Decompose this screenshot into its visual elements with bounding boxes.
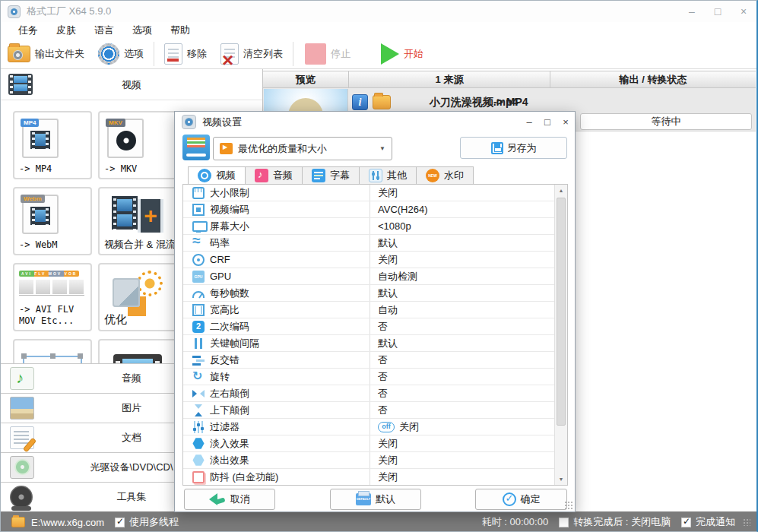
ti-other-icon bbox=[369, 169, 382, 182]
setting-value: 关闭 bbox=[378, 437, 398, 451]
dialog-maximize-button[interactable]: □ bbox=[538, 114, 557, 131]
start-button[interactable]: 开始 bbox=[374, 40, 430, 68]
row-two-pass[interactable]: 二次编码 否 bbox=[183, 318, 554, 335]
tab-subtitle[interactable]: 字幕 bbox=[302, 166, 360, 185]
stop-button[interactable]: 停止 bbox=[298, 40, 357, 68]
notify-label: 完成通知 bbox=[696, 515, 735, 529]
row-filter[interactable]: 过滤器 off关闭 bbox=[183, 419, 554, 435]
scroll-down-icon[interactable]: ▼ bbox=[555, 473, 567, 485]
card-to-avi-flv-mov[interactable]: AVI FLV MOV VOB -> AVI FLV MOV Etc... bbox=[13, 263, 92, 331]
maximize-button[interactable]: □ bbox=[705, 2, 731, 21]
row-bitrate[interactable]: 码率 默认 bbox=[183, 235, 554, 252]
minimize-button[interactable]: – bbox=[679, 2, 705, 21]
row-size-limit[interactable]: 大小限制 关闭 bbox=[183, 185, 554, 201]
options-button[interactable]: 选项 bbox=[91, 40, 151, 68]
column-output-status[interactable]: 输出 / 转换状态 bbox=[550, 71, 756, 87]
dialog-resize-grip[interactable] bbox=[564, 501, 573, 510]
video-category-header[interactable]: 视频 bbox=[1, 69, 262, 100]
table-scrollbar[interactable]: ▲ ▼ bbox=[554, 185, 567, 485]
tab-other[interactable]: 其他 bbox=[359, 166, 417, 185]
setting-value: 关闭 bbox=[378, 253, 398, 267]
menubar: 任务皮肤语言选项帮助 bbox=[1, 22, 756, 39]
tab-video[interactable]: 视频 bbox=[188, 166, 246, 185]
menu-language[interactable]: 语言 bbox=[90, 23, 118, 38]
multithread-checkbox[interactable] bbox=[115, 518, 125, 527]
setting-value: 否 bbox=[378, 387, 388, 401]
setting-value: 否 bbox=[378, 370, 388, 384]
row-stabilize[interactable]: 防抖 (白金功能) 关闭 bbox=[183, 469, 554, 485]
setting-value: 关闭 bbox=[378, 454, 398, 467]
card-to-mp4[interactable]: MP4 -> MP4 bbox=[13, 111, 92, 179]
dialog-titlebar[interactable]: 视频设置 – □ × bbox=[175, 112, 575, 132]
row-keyframe-interval[interactable]: 关键帧间隔 默认 bbox=[183, 335, 554, 352]
ic-flipv-icon bbox=[192, 404, 205, 416]
row-video-codec[interactable]: 视频编码 AVC(H264) bbox=[183, 201, 554, 218]
ic-card-crop-icon bbox=[23, 356, 82, 363]
menu-options[interactable]: 选项 bbox=[128, 23, 156, 38]
column-preview[interactable]: 预览 bbox=[263, 71, 349, 87]
menu-skin[interactable]: 皮肤 bbox=[52, 23, 80, 38]
tab-audio[interactable]: 音频 bbox=[245, 166, 303, 185]
output-folder-icon bbox=[8, 46, 30, 62]
card-to-webm[interactable]: Webm -> WebM bbox=[13, 187, 92, 255]
open-folder-icon[interactable] bbox=[373, 95, 391, 109]
ic-ruler-icon bbox=[192, 187, 205, 199]
dialog-minimize-button[interactable]: – bbox=[520, 114, 538, 131]
notify-checkbox[interactable] bbox=[681, 518, 691, 527]
row-rotate[interactable]: 旋转 否 bbox=[183, 369, 554, 385]
tab-watermark[interactable]: 水印 bbox=[416, 166, 474, 185]
card-video-tool[interactable] bbox=[98, 339, 177, 363]
menu-task[interactable]: 任务 bbox=[14, 23, 42, 38]
preset-video-icon bbox=[220, 143, 233, 154]
row-crf[interactable]: CRF 关闭 bbox=[183, 252, 554, 268]
cancel-button[interactable]: 取消 bbox=[184, 489, 275, 510]
floppy-disk-icon bbox=[491, 142, 503, 154]
window-title: 格式工厂 X64 5.9.0 bbox=[27, 5, 111, 18]
row-flip-vertical[interactable]: 上下颠倒 否 bbox=[183, 402, 554, 419]
close-button[interactable]: × bbox=[731, 2, 756, 21]
output-folder-button[interactable]: 输出文件夹 bbox=[1, 40, 91, 68]
ic-rotate-icon bbox=[192, 371, 205, 383]
card-to-mkv[interactable]: MKV -> MKV bbox=[98, 111, 177, 179]
clear-list-button[interactable]: 清空列表 bbox=[214, 40, 290, 68]
ic-card-mp4-icon: MP4 bbox=[22, 119, 59, 158]
card-video-merge[interactable]: 视频合并 & 混流 bbox=[98, 187, 177, 255]
ok-button[interactable]: 确定 bbox=[475, 489, 567, 510]
row-fade-in[interactable]: 淡入效果 关闭 bbox=[183, 435, 554, 452]
format-badge: MP4 bbox=[21, 119, 39, 127]
row-fade-out[interactable]: 淡出效果 关闭 bbox=[183, 452, 554, 469]
save-as-button[interactable]: 另存为 bbox=[460, 137, 567, 159]
row-deinterlace[interactable]: 反交错 否 bbox=[183, 352, 554, 369]
status-badge: 等待中 bbox=[580, 113, 752, 130]
remove-button[interactable]: 移除 bbox=[157, 40, 214, 68]
multithread-label: 使用多线程 bbox=[129, 515, 179, 529]
row-screen-size[interactable]: 屏幕大小 <1080p bbox=[183, 218, 554, 235]
scroll-up-icon[interactable]: ▲ bbox=[555, 185, 567, 196]
resize-grip[interactable] bbox=[743, 518, 750, 526]
setting-value: 否 bbox=[378, 320, 388, 334]
source-filename: 小刀洗澡视频.mp4 bbox=[390, 96, 557, 109]
shutdown-checkbox[interactable] bbox=[559, 518, 569, 527]
dialog-close-button[interactable]: × bbox=[557, 114, 575, 131]
row-gpu[interactable]: GPU 自动检测 bbox=[183, 268, 554, 285]
row-fps[interactable]: 每秒帧数 默认 bbox=[183, 285, 554, 302]
queue-header: 预览 1 来源 输出 / 转换状态 bbox=[263, 71, 756, 88]
row-flip-horizontal[interactable]: 左右颠倒 否 bbox=[183, 385, 554, 402]
default-button[interactable]: 默认 bbox=[330, 489, 421, 510]
preset-dropdown[interactable]: 最优化的质量和大小 ▼ bbox=[213, 137, 392, 160]
menu-help[interactable]: 帮助 bbox=[167, 23, 194, 38]
card-crop[interactable] bbox=[13, 339, 92, 363]
card-optimize[interactable]: 优化 bbox=[98, 263, 177, 331]
preset-tray-icon bbox=[182, 135, 210, 160]
output-path[interactable]: E:\www.x6g.com bbox=[31, 517, 104, 528]
preset-selected-value: 最优化的质量和大小 bbox=[238, 142, 327, 156]
scrollbar-thumb[interactable] bbox=[557, 198, 566, 426]
info-icon[interactable]: i bbox=[352, 94, 368, 110]
setting-value: 否 bbox=[378, 353, 388, 367]
output-path-folder-icon[interactable] bbox=[11, 517, 25, 527]
column-source[interactable]: 1 来源 bbox=[349, 71, 550, 87]
toolbar-separator bbox=[293, 42, 293, 66]
dialog-buttons: 取消 默认 确定 bbox=[175, 489, 575, 510]
ic-fadeout-icon bbox=[192, 454, 205, 467]
row-aspect-ratio[interactable]: 宽高比 自动 bbox=[183, 302, 554, 318]
